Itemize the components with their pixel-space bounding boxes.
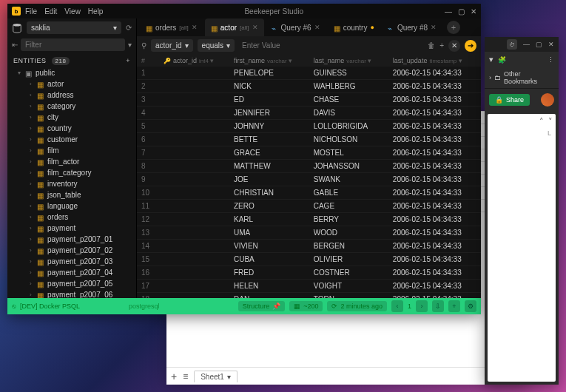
cell[interactable]: NICHOLSON <box>309 133 388 146</box>
cell[interactable]: 2006-02-15 04:34:33 <box>388 160 481 173</box>
add-tab-button[interactable]: + <box>447 21 460 34</box>
minimize-icon[interactable]: — <box>445 7 452 16</box>
table-node[interactable]: ›▦film_category <box>30 167 133 178</box>
cell[interactable] <box>159 280 229 293</box>
database-select[interactable]: saklia▾ <box>27 21 121 34</box>
menu-help[interactable]: Help <box>88 7 104 16</box>
chrome-menu-icon[interactable]: ⋮ <box>548 56 554 64</box>
export-button[interactable]: ⇩ <box>432 300 444 312</box>
cell[interactable] <box>159 173 229 186</box>
filter-column-select[interactable]: actor_id▾ <box>151 39 193 52</box>
cell[interactable] <box>159 226 229 240</box>
cell[interactable]: GUINESS <box>309 67 388 80</box>
table-row[interactable]: 1PENELOPEGUINESS2006-02-15 04:34:33 <box>137 67 481 80</box>
table-row[interactable]: 12KARLBERRY2006-02-15 04:34:33 <box>137 213 481 226</box>
collapse-sidebar-icon[interactable]: ⇤ <box>12 41 18 49</box>
extensions-icon[interactable]: 🧩 <box>498 56 506 64</box>
cell[interactable]: 2006-02-15 04:34:33 <box>388 146 481 160</box>
table-node[interactable]: ›▦payment_p2007_01 <box>30 234 133 245</box>
table-row[interactable]: 6BETTENICHOLSON2006-02-15 04:34:33 <box>137 133 481 146</box>
share-button[interactable]: 🔒Share <box>489 94 530 106</box>
table-node[interactable]: ›▦inventory <box>30 178 133 189</box>
tab-query-6[interactable]: ⌁Query #6✕ <box>266 18 326 36</box>
tab-close-icon[interactable]: ✕ <box>252 24 258 31</box>
last-refresh-pill[interactable]: ⟳2 minutes ago <box>327 301 387 311</box>
add-entity-icon[interactable]: + <box>126 57 130 64</box>
table-node[interactable]: ›▦payment_p2007_05 <box>30 278 133 289</box>
cell[interactable]: 2006-02-15 04:34:33 <box>388 200 481 213</box>
cell[interactable]: JOHNNY <box>229 120 309 133</box>
filter-input[interactable] <box>21 38 125 51</box>
minimize-icon[interactable]: — <box>523 41 530 48</box>
cell[interactable]: 2006-02-15 04:34:33 <box>388 280 481 293</box>
cell[interactable]: 2006-02-15 04:34:33 <box>388 93 481 107</box>
schema-node[interactable]: ▾ ▣ public <box>10 67 133 78</box>
tab-orders[interactable]: ▦orders[all]✕ <box>140 18 203 36</box>
cell[interactable]: HELEN <box>229 280 309 293</box>
tab-close-icon[interactable]: ✕ <box>314 24 320 31</box>
cell[interactable]: 2006-02-15 04:34:33 <box>388 186 481 200</box>
cell[interactable]: NICK <box>229 80 309 93</box>
menu-file[interactable]: File <box>25 7 37 16</box>
cell[interactable]: GABLE <box>309 186 388 200</box>
extension-icon[interactable]: ⏱ <box>507 39 517 50</box>
add-filter-icon[interactable]: + <box>439 41 444 50</box>
reset-filter-button[interactable]: ✕ <box>448 40 460 52</box>
cell[interactable]: COSTNER <box>309 266 388 280</box>
sheet-tab-menu-icon[interactable]: ▾ <box>227 373 231 381</box>
cell[interactable]: 2006-02-15 04:34:33 <box>388 173 481 186</box>
menu-view[interactable]: View <box>64 7 81 16</box>
cell[interactable]: WOOD <box>309 226 388 240</box>
table-row[interactable]: 17HELENVOIGHT2006-02-15 04:34:33 <box>137 280 481 293</box>
cell[interactable] <box>159 146 229 160</box>
maximize-icon[interactable]: ▢ <box>458 7 465 16</box>
prev-page-button[interactable]: ‹ <box>391 300 403 312</box>
cell[interactable]: WAHLBERG <box>309 80 388 93</box>
tab-country[interactable]: ▦country● <box>328 18 380 36</box>
column-header[interactable]: 🔑actor_idint4 ▾ <box>159 55 229 67</box>
chevron-down-icon[interactable]: ˅ <box>548 117 553 126</box>
cell[interactable]: CUBA <box>229 253 309 266</box>
filter-icon[interactable]: ⚲ <box>141 41 146 50</box>
table-row[interactable]: 15CUBAOLIVIER2006-02-15 04:34:33 <box>137 253 481 266</box>
table-row[interactable]: 3EDCHASE2006-02-15 04:34:33 <box>137 93 481 107</box>
cell[interactable]: 2006-02-15 04:34:33 <box>388 120 481 133</box>
cell[interactable] <box>159 107 229 120</box>
table-node[interactable]: ›▦json_table <box>30 189 133 200</box>
table-node[interactable]: ›▦address <box>30 89 133 101</box>
cell[interactable] <box>159 253 229 266</box>
filter-value-input[interactable] <box>239 39 423 52</box>
table-node[interactable]: ›▦customer <box>30 134 133 145</box>
cell[interactable] <box>159 293 229 299</box>
settings-gear-icon[interactable]: ⚙ <box>465 300 476 312</box>
all-sheets-icon[interactable]: ≡ <box>183 371 188 382</box>
table-row[interactable]: 14VIVIENBERGEN2006-02-15 04:34:33 <box>137 240 481 253</box>
cell[interactable]: KARL <box>229 213 309 226</box>
table-node[interactable]: ›▦actor <box>30 78 133 89</box>
cell[interactable] <box>159 160 229 173</box>
cell[interactable] <box>159 67 229 80</box>
cell[interactable] <box>159 240 229 253</box>
data-grid[interactable]: #🔑actor_idint4 ▾first_namevarchar ▾last_… <box>137 55 481 298</box>
cell[interactable]: OLIVIER <box>309 253 388 266</box>
cell[interactable]: 2006-02-15 04:34:33 <box>388 293 481 299</box>
cell[interactable]: CAGE <box>309 200 388 213</box>
cell[interactable]: GRACE <box>229 146 309 160</box>
table-node[interactable]: ›▦payment_p2007_02 <box>30 245 133 256</box>
table-node[interactable]: ›▦film <box>30 145 133 156</box>
cell[interactable]: 2006-02-15 04:34:33 <box>388 133 481 146</box>
cell[interactable]: CHASE <box>309 93 388 107</box>
table-row[interactable]: 10CHRISTIANGABLE2006-02-15 04:34:33 <box>137 186 481 200</box>
cell[interactable] <box>159 93 229 107</box>
cell[interactable] <box>159 186 229 200</box>
column-header[interactable]: last_updatetimestamp ▾ <box>388 55 481 67</box>
cell[interactable] <box>159 266 229 280</box>
table-row[interactable]: 13UMAWOOD2006-02-15 04:34:33 <box>137 226 481 240</box>
close-icon[interactable]: ✕ <box>471 7 476 16</box>
cell[interactable]: JOHANSSON <box>309 160 388 173</box>
cell[interactable]: 2006-02-15 04:34:33 <box>388 253 481 266</box>
cell[interactable] <box>159 120 229 133</box>
table-row[interactable]: 16FREDCOSTNER2006-02-15 04:34:33 <box>137 266 481 280</box>
cell[interactable]: MOSTEL <box>309 146 388 160</box>
table-node[interactable]: ›▦payment_p2007_06 <box>30 289 133 298</box>
